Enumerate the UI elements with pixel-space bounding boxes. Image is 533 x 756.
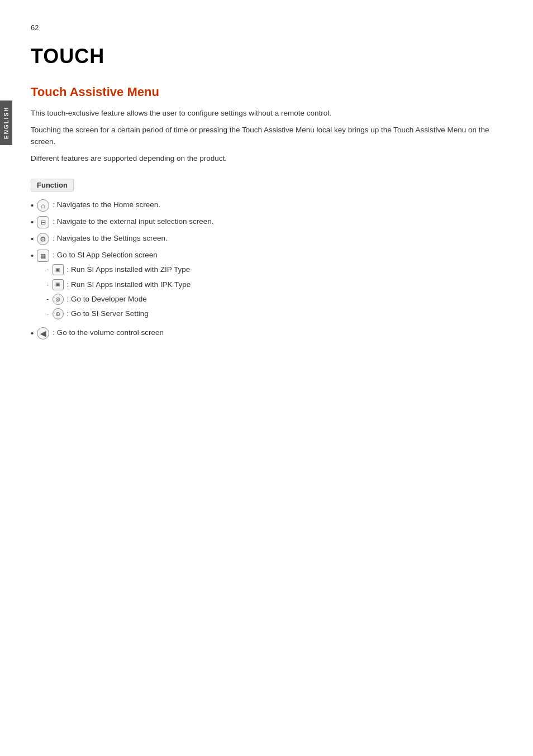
list-item-si-app: • ▦ : Go to SI App Selection screen - ▣ … [31, 250, 511, 323]
sub-item-ipk: - ▣ : Run SI Apps installed with IPK Typ… [46, 279, 191, 290]
main-content: TOUCH Touch Assistive Menu This touch-ex… [31, 0, 511, 339]
volume-icon: ◀ [37, 327, 49, 339]
zip-text: : Run SI Apps installed with ZIP Type [67, 264, 191, 275]
si-app-icon: ▦ [37, 250, 49, 262]
bullet-dot: • [31, 216, 34, 228]
page-title: TOUCH [31, 45, 511, 68]
bullet-dot: • [31, 199, 34, 211]
zip-icon: ▣ [53, 264, 64, 275]
sub-dash: - [46, 279, 49, 290]
dev-text: : Go to Developer Mode [67, 294, 147, 305]
input-text: : Navigate to the external input selecti… [53, 216, 213, 227]
home-text: : Navigates to the Home screen. [53, 199, 160, 210]
sub-item-dev: - ⊗ : Go to Developer Mode [46, 294, 191, 305]
bullet-dot: • [31, 250, 34, 261]
feature-list: • ⌂ : Navigates to the Home screen. • ⊟ … [31, 199, 511, 339]
intro-line-3: Different features are supported dependi… [31, 152, 511, 165]
list-item-input: • ⊟ : Navigate to the external input sel… [31, 216, 511, 228]
sub-item-zip: - ▣ : Run SI Apps installed with ZIP Typ… [46, 264, 191, 275]
sub-dash: - [46, 294, 49, 305]
section-title: Touch Assistive Menu [31, 85, 511, 99]
bullet-dot: • [31, 327, 34, 339]
si-app-sublist: - ▣ : Run SI Apps installed with ZIP Typ… [46, 264, 191, 323]
si-app-text: : Go to SI App Selection screen [53, 250, 158, 261]
sub-item-server: - ⊕ : Go to SI Server Setting [46, 308, 191, 319]
dev-icon: ⊗ [53, 294, 64, 305]
function-badge: Function [31, 179, 74, 192]
ipk-text: : Run SI Apps installed with IPK Type [67, 279, 191, 290]
settings-text: : Navigates to the Settings screen. [53, 233, 168, 244]
sub-dash: - [46, 308, 49, 319]
language-tab: ENGLISH [0, 101, 12, 145]
home-icon: ⌂ [37, 199, 49, 212]
volume-text: : Go to the volume control screen [53, 327, 164, 338]
input-icon: ⊟ [37, 216, 49, 228]
ipk-icon: ▣ [53, 279, 64, 290]
settings-icon: ⚙ [37, 233, 49, 245]
bullet-dot: • [31, 233, 34, 245]
sub-dash: - [46, 264, 49, 275]
intro-line-2: Touching the screen for a certain period… [31, 124, 511, 148]
server-icon: ⊕ [53, 308, 64, 319]
server-text: : Go to SI Server Setting [67, 308, 149, 319]
page-number: 62 [31, 23, 39, 32]
list-item-settings: • ⚙ : Navigates to the Settings screen. [31, 233, 511, 245]
list-item-volume: • ◀ : Go to the volume control screen [31, 327, 511, 339]
list-item-home: • ⌂ : Navigates to the Home screen. [31, 199, 511, 212]
intro-line-1: This touch-exclusive feature allows the … [31, 107, 511, 119]
